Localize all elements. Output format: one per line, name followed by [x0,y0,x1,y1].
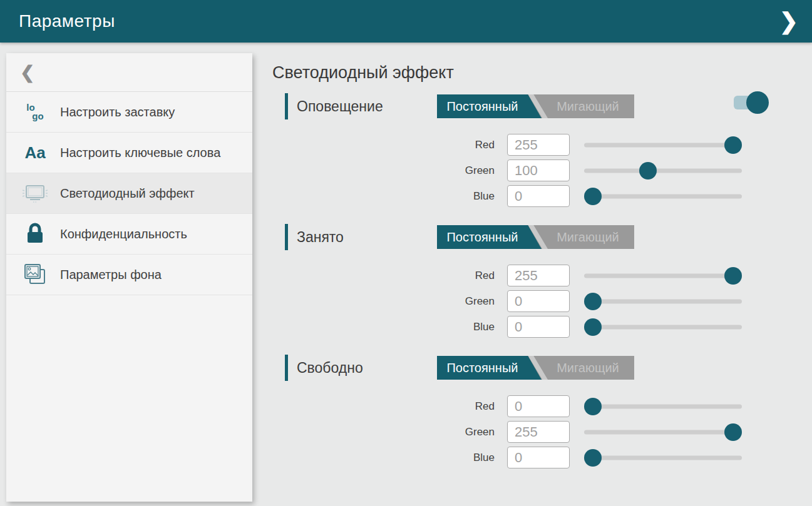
green-channel-row: Green [272,419,806,445]
blue-channel-row: Blue [272,445,806,470]
blue-slider[interactable] [584,449,742,467]
sidebar-item-label: Настроить заставку [60,104,175,120]
section-accent-bar [285,355,288,381]
green-label: Green [272,426,495,438]
logo-icon: lo go [21,103,49,121]
slider-thumb[interactable] [584,318,602,336]
sidebar-item-led-effect[interactable]: Светодиодный эффект [6,173,252,214]
slider-thumb[interactable] [584,188,602,205]
slider-track [584,299,742,303]
slider-thumb[interactable] [584,293,602,310]
slider-track [584,455,742,460]
title-bar: Параметры ❯ [0,0,812,43]
red-slider[interactable] [584,398,742,415]
sidebar-item-screensaver[interactable]: lo go Настроить заставку [6,92,252,133]
green-channel-row: Green [272,288,806,314]
section-accent-bar [285,224,288,250]
blue-label: Blue [272,321,495,333]
slider-track [584,430,742,434]
forward-chevron-icon[interactable]: ❯ [779,10,798,33]
green-channel-row: Green [272,158,806,183]
section-free: Свободно Постоянный Мигающий Red Green [272,355,806,470]
red-label: Red [272,139,495,151]
segment-constant-label[interactable]: Постоянный [437,94,528,118]
green-value-input[interactable] [507,290,570,312]
red-label: Red [272,400,495,413]
sidebar-item-privacy[interactable]: Конфиденциальность [6,214,252,255]
page-title: Параметры [19,11,115,31]
section-name: Занято [297,229,437,246]
blue-value-input[interactable] [507,447,570,468]
red-channel-row: Red [272,393,806,419]
blue-slider[interactable] [584,188,742,205]
segment-constant-label[interactable]: Постоянный [437,356,528,380]
green-slider[interactable] [584,293,742,310]
sidebar-item-keywords[interactable]: Aa Настроить ключевые слова [6,133,252,173]
slider-thumb[interactable] [724,136,742,154]
section-title: Светодиодный эффект [272,63,806,83]
green-slider[interactable] [584,162,742,180]
blue-value-input[interactable] [507,316,570,338]
red-channel-row: Red [272,263,806,288]
background-image-icon [21,263,49,286]
red-slider[interactable] [584,267,742,285]
slider-track [584,325,742,329]
logo-icon-text-bottom: go [32,112,43,121]
slider-track [584,143,742,147]
sidebar-item-label: Параметры фона [60,266,162,283]
blue-label: Blue [272,452,495,464]
red-label: Red [272,270,495,282]
keywords-icon: Aa [21,143,49,163]
section-name: Оповещение [297,98,437,115]
green-slider[interactable] [584,423,742,441]
mode-segmented-control[interactable]: Постоянный Мигающий [437,356,634,380]
toggle-thumb[interactable] [746,91,769,114]
segment-blinking-label[interactable]: Мигающий [542,356,634,380]
blue-channel-row: Blue [272,183,806,209]
back-chevron-icon[interactable]: ❮ [20,62,34,83]
blue-channel-row: Blue [272,314,806,340]
slider-track [584,168,742,173]
red-value-input[interactable] [507,265,570,286]
green-label: Green [272,164,495,177]
section-alert: Оповещение Постоянный Мигающий Red Green [272,93,806,209]
slider-thumb[interactable] [584,449,602,467]
alert-enabled-toggle[interactable] [734,96,765,109]
segment-blinking-label[interactable]: Мигающий [542,94,634,118]
sidebar-item-background[interactable]: Параметры фона [6,255,252,295]
green-value-input[interactable] [507,159,570,181]
slider-track [584,404,742,408]
mode-segmented-control[interactable]: Постоянный Мигающий [437,94,634,118]
slider-track [584,273,742,278]
blue-value-input[interactable] [507,185,570,207]
settings-sidebar: ❮ lo go Настроить заставку Aa Настроить … [6,53,252,502]
sidebar-item-label: Конфиденциальность [60,226,187,242]
segment-constant-label[interactable]: Постоянный [437,225,528,249]
red-value-input[interactable] [507,134,570,156]
mode-segmented-control[interactable]: Постоянный Мигающий [437,225,634,249]
green-value-input[interactable] [507,421,570,443]
section-busy: Занято Постоянный Мигающий Red Green [272,224,806,340]
sidebar-item-label: Светодиодный эффект [60,185,195,201]
led-effect-icon [21,183,49,204]
slider-thumb[interactable] [724,267,742,285]
red-slider[interactable] [584,136,742,154]
lock-icon [21,223,49,245]
section-accent-bar [285,93,288,119]
led-effect-panel: Светодиодный эффект Оповещение Постоянны… [272,43,806,485]
blue-label: Blue [272,190,495,203]
green-label: Green [272,295,495,308]
red-channel-row: Red [272,132,806,158]
red-value-input[interactable] [507,395,570,417]
slider-thumb[interactable] [639,162,657,180]
sidebar-item-label: Настроить ключевые слова [60,144,220,161]
section-name: Свободно [297,360,437,377]
sidebar-back-row[interactable]: ❮ [6,53,252,92]
slider-track [584,194,742,198]
segment-blinking-label[interactable]: Мигающий [542,225,634,249]
slider-thumb[interactable] [584,398,602,415]
slider-thumb[interactable] [724,423,742,441]
blue-slider[interactable] [584,318,742,336]
